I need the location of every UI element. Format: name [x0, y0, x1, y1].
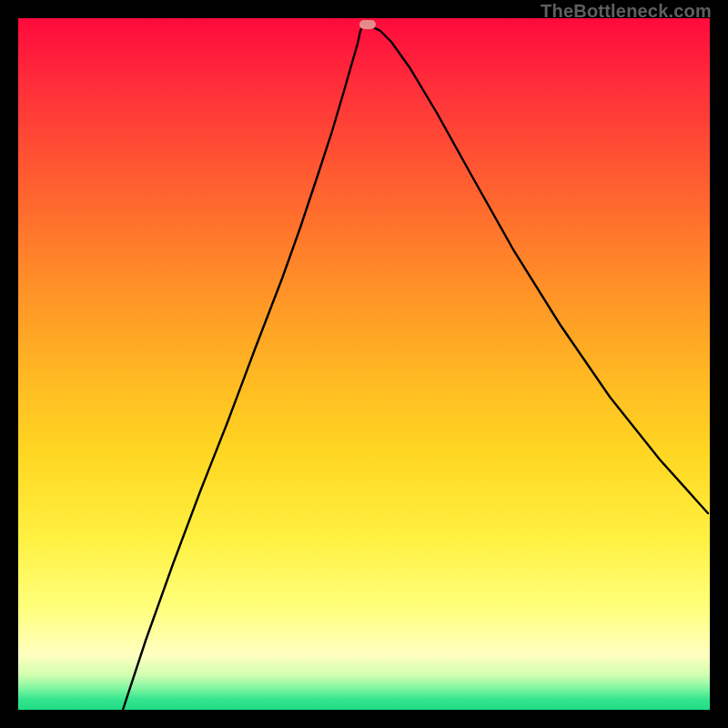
plot-area — [18, 18, 710, 710]
notch-curve — [123, 27, 708, 710]
chart-container: TheBottleneck.com — [0, 0, 728, 728]
minimum-marker — [359, 20, 376, 29]
curve-svg — [18, 18, 710, 710]
